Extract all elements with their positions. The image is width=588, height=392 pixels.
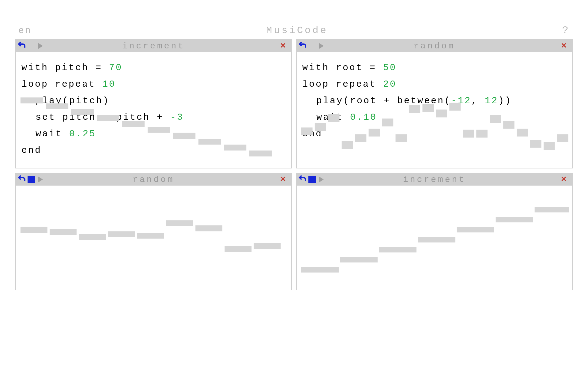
code-line: loop repeat 20	[302, 76, 567, 92]
undo-icon[interactable]	[18, 41, 26, 51]
panel-title: increment	[16, 41, 291, 51]
svg-rect-18	[409, 105, 420, 113]
help-button[interactable]: ?	[562, 24, 570, 36]
block-view-icon[interactable]	[308, 176, 316, 183]
panel-title: increment	[297, 175, 572, 184]
svg-rect-11	[315, 123, 326, 131]
close-icon[interactable]: ×	[280, 41, 287, 51]
panel-header: increment ×	[297, 173, 572, 186]
note-track	[297, 207, 572, 281]
svg-rect-7	[198, 139, 221, 145]
svg-rect-1	[46, 104, 68, 109]
svg-rect-15	[369, 129, 380, 137]
svg-rect-40	[340, 257, 378, 262]
note-track	[16, 207, 291, 281]
svg-rect-4	[122, 121, 145, 127]
notes-viz	[19, 207, 288, 281]
svg-rect-39	[301, 267, 339, 272]
svg-rect-38	[254, 243, 281, 249]
code-editor[interactable]: with root = 50 loop repeat 20 play(root …	[297, 52, 572, 156]
svg-rect-2	[71, 109, 94, 115]
code-line: loop repeat 10	[21, 76, 286, 92]
svg-rect-22	[463, 130, 474, 138]
note-track	[297, 95, 572, 162]
svg-rect-33	[108, 231, 135, 237]
close-icon[interactable]: ×	[561, 41, 568, 51]
notes-viz	[19, 95, 288, 162]
undo-icon[interactable]	[18, 174, 26, 185]
topbar: en MusiCode ?	[15, 24, 573, 39]
play-icon[interactable]	[38, 43, 43, 49]
panel-title: random	[297, 41, 572, 51]
code-editor[interactable]: with pitch = 70 loop repeat 10 play(pitc…	[16, 52, 291, 168]
svg-rect-21	[449, 103, 461, 111]
code-line: with pitch = 70	[21, 59, 286, 76]
close-icon[interactable]: ×	[280, 174, 287, 185]
notes-viz	[300, 95, 569, 162]
svg-rect-41	[379, 247, 417, 252]
lang-selector[interactable]: en	[18, 25, 32, 36]
close-icon[interactable]: ×	[561, 174, 568, 185]
panel-increment-blocks: increment ×	[296, 173, 573, 290]
panel-increment-code: increment × with pitch = 70 loop repeat …	[15, 39, 292, 168]
svg-rect-45	[535, 207, 569, 212]
svg-rect-9	[249, 151, 272, 156]
block-view-icon[interactable]	[28, 176, 35, 183]
play-icon[interactable]	[319, 43, 324, 49]
svg-rect-19	[422, 104, 434, 112]
panel-header: random ×	[297, 40, 572, 52]
svg-rect-27	[530, 140, 541, 148]
play-icon[interactable]	[319, 176, 324, 183]
svg-rect-37	[224, 246, 251, 252]
block-editor[interactable]	[297, 186, 572, 290]
svg-rect-35	[166, 220, 193, 226]
svg-rect-12	[328, 114, 340, 122]
svg-rect-31	[50, 229, 77, 235]
svg-rect-6	[173, 133, 195, 139]
svg-rect-28	[544, 142, 555, 150]
svg-rect-3	[97, 115, 119, 121]
svg-rect-25	[503, 121, 514, 129]
play-icon[interactable]	[38, 176, 43, 183]
panel-header: increment ×	[16, 40, 291, 52]
undo-icon[interactable]	[299, 174, 307, 185]
svg-rect-42	[418, 237, 455, 242]
panel-random-blocks: random ×	[15, 173, 292, 290]
svg-rect-16	[382, 119, 394, 126]
panel-title: random	[16, 175, 291, 184]
note-track	[16, 95, 291, 162]
panel-header: random ×	[16, 173, 291, 186]
svg-rect-5	[148, 127, 170, 133]
svg-rect-30	[21, 227, 47, 233]
panel-random-code: random × with root = 50 loop repeat 20 p…	[296, 39, 573, 168]
svg-rect-14	[355, 134, 367, 142]
panel-grid: increment × with pitch = 70 loop repeat …	[15, 39, 573, 290]
svg-rect-8	[224, 145, 246, 150]
svg-rect-36	[195, 225, 222, 231]
svg-rect-26	[517, 129, 528, 137]
notes-viz	[300, 207, 569, 281]
svg-rect-43	[457, 227, 494, 232]
svg-rect-23	[476, 130, 488, 138]
app-title: MusiCode	[266, 25, 328, 36]
block-editor[interactable]	[16, 186, 291, 290]
svg-rect-34	[137, 233, 164, 239]
svg-rect-24	[490, 115, 501, 123]
svg-rect-17	[396, 134, 407, 142]
svg-rect-13	[342, 141, 353, 149]
svg-rect-0	[21, 97, 43, 103]
svg-rect-44	[496, 217, 533, 222]
svg-rect-29	[557, 134, 568, 142]
svg-rect-20	[436, 110, 447, 118]
undo-icon[interactable]	[299, 41, 307, 51]
code-line: with root = 50	[302, 59, 567, 76]
svg-rect-32	[79, 234, 106, 240]
svg-rect-10	[301, 127, 313, 135]
